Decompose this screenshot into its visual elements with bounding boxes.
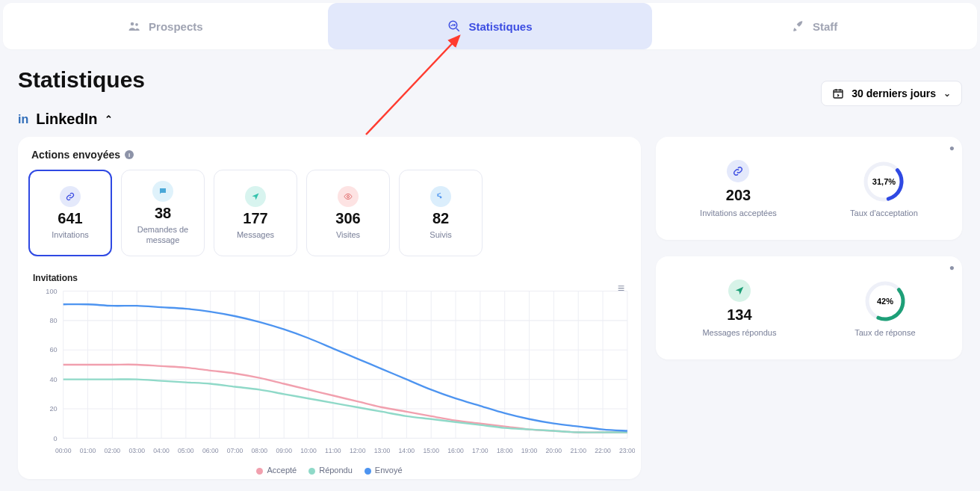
- magnifier-chart-icon: [447, 19, 461, 33]
- svg-text:13:00: 13:00: [374, 447, 391, 454]
- metric-card-4[interactable]: 82 Suivis: [399, 170, 483, 256]
- svg-text:19:00: 19:00: [521, 447, 538, 454]
- metric-icon: [152, 181, 173, 202]
- acceptance-card: ● 203 Invitations acceptées 31,7% Taux d…: [656, 137, 962, 240]
- metric-value: 82: [432, 210, 449, 227]
- svg-text:17:00: 17:00: [472, 447, 489, 454]
- calendar-icon: [832, 87, 844, 99]
- tab-statistiques[interactable]: Statistiques: [328, 3, 653, 49]
- invitations-chart: 02040608010000:0001:0002:0003:0004:0005:…: [28, 286, 635, 464]
- svg-text:08:00: 08:00: [252, 447, 268, 454]
- svg-text:22:00: 22:00: [595, 447, 611, 454]
- svg-text:12:00: 12:00: [350, 447, 366, 454]
- tab-staff-label: Staff: [813, 20, 837, 33]
- users-icon: [128, 19, 141, 33]
- svg-text:18:00: 18:00: [497, 447, 513, 454]
- tab-prospects[interactable]: Prospects: [3, 3, 328, 49]
- metric-label: Messages: [232, 230, 279, 240]
- svg-text:100: 100: [46, 286, 57, 294]
- link-icon: [727, 160, 749, 182]
- actions-panel: Actions envoyées i 641 Invitations 38 De…: [18, 137, 641, 479]
- svg-text:07:00: 07:00: [227, 447, 244, 454]
- chevron-down-icon: ⌄: [943, 88, 951, 99]
- svg-point-6: [347, 195, 350, 197]
- metric-icon: [60, 186, 81, 207]
- actions-title: Actions envoyées: [31, 149, 120, 161]
- reply-rate: 42%: [877, 297, 893, 306]
- metric-card-0[interactable]: 641 Invitations: [28, 170, 112, 256]
- svg-text:40: 40: [49, 375, 57, 383]
- date-range-label: 30 derniers jours: [852, 87, 936, 99]
- svg-text:15:00: 15:00: [423, 447, 439, 454]
- tab-staff[interactable]: Staff: [652, 3, 977, 49]
- top-tabs: Prospects Statistiques Staff: [3, 3, 977, 49]
- svg-text:01:00: 01:00: [80, 447, 96, 454]
- svg-text:10:00: 10:00: [300, 447, 317, 454]
- svg-text:23:00: 23:00: [619, 447, 635, 454]
- acceptance-rate-label: Taux d'acceptation: [850, 209, 918, 217]
- accepted-label: Invitations acceptées: [700, 209, 777, 217]
- metric-icon: [430, 186, 451, 207]
- chart-legend: Accepté Répondu Envoyé: [24, 466, 635, 475]
- reply-card: ● 134 Messages répondus 42% Taux de répo…: [656, 256, 962, 359]
- date-range-picker[interactable]: 30 derniers jours ⌄: [821, 81, 962, 106]
- replied-count: 134: [727, 306, 751, 324]
- section-linkedin-toggle[interactable]: in LinkedIn ⌃: [18, 111, 962, 128]
- svg-text:05:00: 05:00: [178, 447, 194, 454]
- svg-point-0: [131, 22, 134, 26]
- svg-text:20: 20: [49, 404, 57, 413]
- svg-point-1: [135, 23, 138, 26]
- info-icon[interactable]: ●: [949, 262, 955, 273]
- metric-card-1[interactable]: 38 Demandes de message: [121, 170, 205, 256]
- svg-text:09:00: 09:00: [276, 447, 292, 454]
- svg-text:21:00: 21:00: [570, 447, 586, 454]
- svg-text:60: 60: [49, 345, 57, 353]
- info-icon[interactable]: ●: [949, 143, 955, 153]
- svg-text:06:00: 06:00: [202, 447, 219, 454]
- rocket-icon: [792, 19, 805, 33]
- metric-card-2[interactable]: 177 Messages: [214, 170, 297, 256]
- chart-menu-icon[interactable]: ≡: [618, 282, 624, 295]
- metric-label: Visites: [332, 230, 365, 240]
- section-title: LinkedIn: [36, 111, 97, 128]
- chart-title: Invitations: [33, 273, 635, 283]
- metric-value: 641: [58, 210, 82, 227]
- legend-accepte: Accepté: [256, 466, 297, 475]
- metric-value: 38: [155, 205, 171, 222]
- svg-text:16:00: 16:00: [447, 447, 464, 454]
- metric-card-3[interactable]: 306 Visites: [306, 170, 390, 256]
- metric-label: Suivis: [425, 230, 456, 240]
- linkedin-icon: in: [18, 113, 28, 126]
- chevron-up-icon: ⌃: [105, 114, 113, 125]
- svg-text:11:00: 11:00: [325, 447, 341, 454]
- svg-text:80: 80: [49, 316, 57, 324]
- svg-point-7: [440, 197, 441, 198]
- metric-label: Demandes de message: [122, 225, 204, 244]
- send-icon: [728, 280, 751, 302]
- svg-text:0: 0: [53, 433, 57, 442]
- svg-text:00:00: 00:00: [55, 447, 72, 454]
- replied-label: Messages répondus: [702, 328, 776, 337]
- info-icon[interactable]: i: [125, 150, 134, 159]
- metric-icon: [338, 186, 359, 207]
- metric-value: 306: [335, 210, 360, 227]
- svg-text:03:00: 03:00: [128, 447, 145, 454]
- svg-rect-5: [834, 90, 843, 98]
- metric-label: Invitations: [47, 230, 93, 240]
- tab-prospects-label: Prospects: [149, 20, 203, 33]
- acceptance-rate: 31,7%: [872, 177, 896, 186]
- svg-text:04:00: 04:00: [153, 447, 170, 454]
- tab-statistiques-label: Statistiques: [468, 20, 532, 33]
- reply-rate-label: Taux de réponse: [855, 328, 915, 337]
- metric-icon: [245, 186, 266, 207]
- legend-envoye: Envoyé: [365, 466, 403, 475]
- accepted-count: 203: [726, 187, 751, 204]
- metric-value: 177: [243, 210, 267, 227]
- svg-text:14:00: 14:00: [399, 447, 415, 454]
- svg-text:02:00: 02:00: [105, 447, 121, 454]
- legend-repondu: Répondu: [308, 466, 353, 475]
- svg-text:20:00: 20:00: [546, 447, 562, 454]
- svg-line-3: [456, 28, 459, 31]
